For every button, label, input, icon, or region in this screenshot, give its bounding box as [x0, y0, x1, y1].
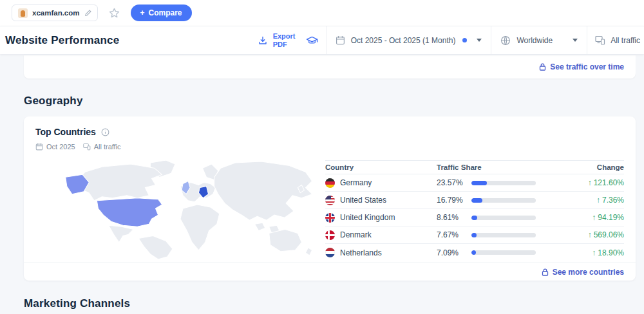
country-row[interactable]: United States 16.79% ↑7.36% — [325, 192, 624, 209]
top-countries-subtitle: Oct 2025 All traffic — [35, 143, 121, 151]
top-bar: xcamfan.com + Compare — [0, 0, 644, 26]
traffic-share-bar-track — [471, 233, 536, 237]
page-content: See traffic over time Geography Top Coun… — [0, 54, 644, 314]
traffic-share-bar-track — [471, 216, 536, 220]
up-arrow-icon: ↑ — [588, 230, 592, 239]
country-name: Denmark — [340, 230, 372, 239]
country-name: Germany — [340, 178, 372, 187]
top-countries-card: Top Countries Oct 2025 — [24, 116, 636, 281]
country-flag-icon — [325, 248, 335, 257]
country-name: United States — [340, 196, 386, 205]
edit-pencil-icon[interactable] — [84, 10, 91, 17]
plus-icon: + — [140, 8, 145, 17]
map-australia — [269, 229, 302, 251]
change-value: 18.90% — [598, 248, 624, 257]
date-range-dropdown[interactable]: Oct 2025 - Oct 2025 (1 Month) — [326, 26, 491, 54]
column-header-country: Country — [325, 163, 437, 171]
map-south-america — [138, 236, 173, 259]
country-name: United Kingdom — [340, 213, 395, 222]
see-more-countries-link[interactable]: See more countries — [542, 268, 624, 277]
map-mexico — [109, 225, 133, 242]
traffic-share-bar-fill — [471, 233, 477, 237]
top-countries-title-row: Top Countries — [35, 127, 109, 137]
traffic-filter-dropdown[interactable]: All traffic — [587, 26, 644, 54]
country-cell: United States — [325, 196, 437, 205]
up-arrow-icon: ↑ — [592, 248, 596, 257]
country-flag-icon — [325, 213, 335, 223]
export-pdf-label: Export PDF — [273, 32, 299, 48]
see-traffic-over-time-link[interactable]: See traffic over time — [539, 62, 624, 71]
traffic-share-value: 7.67% — [437, 230, 466, 239]
country-flag-icon — [325, 178, 335, 188]
column-header-change: Change — [563, 163, 624, 171]
change-value: 121.60% — [594, 178, 624, 187]
change-cell: ↑569.06% — [563, 230, 624, 239]
region-dropdown[interactable]: Worldwide — [491, 26, 587, 54]
map-united-states-highlight — [97, 198, 162, 227]
traffic-share-bar-fill — [471, 181, 487, 185]
calendar-icon — [35, 143, 43, 151]
export-pdf-button[interactable]: Export PDF — [251, 26, 326, 54]
domain-chip[interactable]: xcamfan.com — [12, 5, 98, 21]
up-arrow-icon: ↑ — [596, 196, 600, 205]
table-header-row: Country Traffic Share Change — [325, 160, 624, 174]
education-hat-icon[interactable] — [306, 35, 318, 46]
traffic-share-value: 8.61% — [437, 213, 466, 222]
country-cell: Netherlands — [325, 248, 437, 257]
country-flag-icon — [325, 230, 335, 240]
top-countries-table: Country Traffic Share Change Germany 23.… — [325, 160, 624, 261]
traffic-share-cell: 23.57% — [437, 178, 563, 187]
traffic-share-bar-track — [471, 250, 536, 255]
change-value: 7.36% — [602, 196, 624, 205]
traffic-share-value: 16.79% — [437, 196, 466, 205]
traffic-share-bar-track — [471, 181, 536, 185]
traffic-card-footer: See traffic over time — [24, 55, 636, 78]
traffic-share-value: 23.57% — [437, 178, 466, 187]
lock-icon — [539, 63, 546, 71]
header-toolbar: Export PDF Oct 2025 - Oct 2025 (1 Month) — [251, 26, 644, 54]
page-title: Website Performance — [5, 34, 119, 47]
change-cell: ↑18.90% — [563, 248, 624, 257]
devices-icon — [595, 35, 605, 45]
change-cell: ↑121.60% — [563, 178, 624, 187]
chevron-down-icon — [573, 39, 578, 42]
page-header: Website Performance Export PDF — [0, 26, 644, 54]
traffic-share-cell: 16.79% — [437, 196, 563, 205]
world-map — [38, 159, 321, 261]
info-icon[interactable] — [101, 128, 109, 136]
marketing-channels-heading: Marketing Channels — [24, 297, 130, 310]
up-arrow-icon: ↑ — [588, 178, 592, 187]
country-cell: Denmark — [325, 230, 437, 240]
column-header-traffic-share: Traffic Share — [437, 163, 563, 171]
traffic-share-cell: 7.67% — [437, 230, 563, 239]
traffic-share-cell: 7.09% — [437, 248, 563, 257]
map-indonesia — [254, 223, 265, 230]
up-arrow-icon: ↑ — [592, 213, 596, 222]
change-cell: ↑94.19% — [563, 213, 624, 222]
globe-icon — [500, 35, 511, 46]
traffic-share-bar-fill — [471, 216, 477, 220]
country-name: Netherlands — [340, 248, 382, 257]
map-asia — [214, 162, 312, 220]
traffic-share-value: 7.09% — [437, 248, 466, 257]
top-countries-footer: See more countries — [24, 263, 636, 281]
traffic-share-cell: 8.61% — [437, 213, 563, 222]
domain-name: xcamfan.com — [32, 9, 80, 17]
download-icon — [258, 36, 267, 45]
see-more-countries-label: See more countries — [553, 268, 624, 277]
change-value: 569.06% — [594, 230, 624, 239]
country-cell: Germany — [325, 178, 437, 188]
country-row[interactable]: Netherlands 7.09% ↑18.90% — [325, 244, 624, 261]
compare-button[interactable]: + Compare — [131, 5, 192, 21]
country-row[interactable]: United Kingdom 8.61% ↑94.19% — [325, 209, 624, 226]
lock-icon — [542, 268, 549, 276]
traffic-share-bar-fill — [471, 198, 482, 203]
card-traffic-filter: All traffic — [94, 143, 121, 151]
country-row[interactable]: Denmark 7.67% ↑569.06% — [325, 226, 624, 244]
country-row[interactable]: Germany 23.57% ↑121.60% — [325, 174, 624, 192]
devices-icon — [83, 143, 91, 151]
table-body: Germany 23.57% ↑121.60% United States 16… — [325, 174, 624, 261]
region-value: Worldwide — [516, 36, 553, 45]
date-range-value: Oct 2025 - Oct 2025 (1 Month) — [351, 36, 456, 45]
favorite-star-icon[interactable] — [108, 7, 120, 19]
